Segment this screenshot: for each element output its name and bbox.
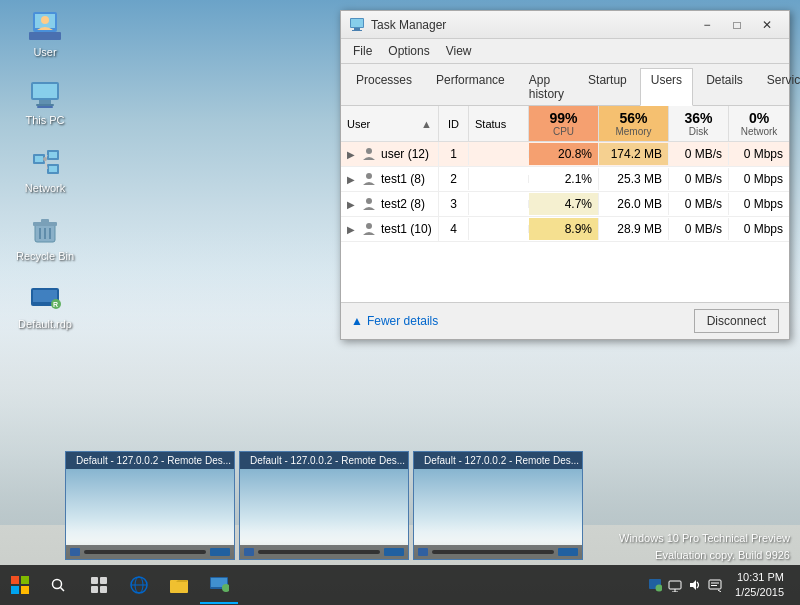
svg-rect-12 xyxy=(49,152,57,158)
col-header-id[interactable]: ID xyxy=(439,106,469,141)
col-header-cpu[interactable]: 99% CPU xyxy=(529,106,599,141)
expand-arrow[interactable]: ▶ xyxy=(347,199,357,210)
watermark: Windows 10 Pro Technical Preview Evaluat… xyxy=(619,530,790,563)
thispc-icon-desktop[interactable]: This PC xyxy=(15,78,75,126)
taskview-button[interactable] xyxy=(80,566,118,604)
user-avatar-icon xyxy=(361,146,377,162)
col-header-user[interactable]: User ▲ xyxy=(341,106,439,141)
svg-point-34 xyxy=(366,198,372,204)
fewer-details-button[interactable]: ▲ Fewer details xyxy=(351,314,438,328)
task-manager-content: User ▲ ID Status 99% CPU 56% Memory 36% … xyxy=(341,106,789,302)
recyclebin-icon-desktop[interactable]: Recycle Bin xyxy=(15,214,75,262)
fileexplorer-icon xyxy=(169,575,189,595)
search-icon xyxy=(50,577,66,593)
table-row[interactable]: ▶ test1 (10) 4 8.9% 28.9 MB 0 MB/s 0 Mbp… xyxy=(341,217,789,242)
svg-point-33 xyxy=(366,173,372,179)
expand-arrow[interactable]: ▶ xyxy=(347,224,357,235)
task-manager-title: Task Manager xyxy=(371,18,693,32)
thumbnail-header-1: Default - 127.0.0.2 - Remote Des... xyxy=(66,452,234,469)
table-row[interactable]: ▶ user (12) 1 20.8% 174.2 MB 0 MB/s 0 Mb… xyxy=(341,142,789,167)
tab-performance[interactable]: Performance xyxy=(425,68,516,105)
cell-status xyxy=(469,225,529,233)
cell-disk: 0 MB/s xyxy=(669,218,729,240)
tray-network-icon[interactable] xyxy=(667,577,683,593)
cell-memory: 174.2 MB xyxy=(599,143,669,165)
cell-memory: 25.3 MB xyxy=(599,168,669,190)
user-avatar-icon xyxy=(361,171,377,187)
svg-point-32 xyxy=(366,148,372,154)
cell-id: 2 xyxy=(439,168,469,190)
network-icon-label: Network xyxy=(25,182,65,194)
menu-file[interactable]: File xyxy=(345,41,380,61)
tab-services[interactable]: Services xyxy=(756,68,800,105)
svg-text:R: R xyxy=(53,301,58,308)
svg-rect-41 xyxy=(91,577,98,584)
cell-status xyxy=(469,175,529,183)
menu-options[interactable]: Options xyxy=(380,41,437,61)
tab-processes[interactable]: Processes xyxy=(345,68,423,105)
tray-rdp-icon[interactable] xyxy=(647,577,663,593)
expand-arrow[interactable]: ▶ xyxy=(347,174,357,185)
defaultrdp-icon-label: Default.rdp xyxy=(18,318,72,330)
col-header-status[interactable]: Status xyxy=(469,106,529,141)
network-icon-desktop[interactable]: Network xyxy=(15,146,75,194)
table-row[interactable]: ▶ test1 (8) 2 2.1% 25.3 MB 0 MB/s 0 Mbps xyxy=(341,167,789,192)
task-thumbnails: Default - 127.0.0.2 - Remote Des... Defa… xyxy=(65,451,583,560)
tray-volume-icon[interactable] xyxy=(687,577,703,593)
close-button[interactable]: ✕ xyxy=(753,14,781,36)
svg-rect-7 xyxy=(36,104,54,106)
table-row[interactable]: ▶ test2 (8) 3 4.7% 26.0 MB 0 MB/s 0 Mbps xyxy=(341,192,789,217)
cell-disk: 0 MB/s xyxy=(669,168,729,190)
defaultrdp-icon-desktop[interactable]: R Default.rdp xyxy=(15,282,75,330)
thumbnail-3[interactable]: Default - 127.0.0.2 - Remote Des... xyxy=(413,451,583,560)
fileexplorer-button[interactable] xyxy=(160,566,198,604)
maximize-button[interactable]: □ xyxy=(723,14,751,36)
cell-network: 0 Mbps xyxy=(729,218,789,240)
tab-details[interactable]: Details xyxy=(695,68,754,105)
search-button[interactable] xyxy=(40,565,75,605)
svg-point-35 xyxy=(366,223,372,229)
task-manager-menubar: File Options View xyxy=(341,39,789,64)
cell-disk: 0 MB/s xyxy=(669,143,729,165)
tab-users[interactable]: Users xyxy=(640,68,693,106)
desktop: User This PC xyxy=(0,0,800,605)
taskbar-clock[interactable]: 10:31 PM 1/25/2015 xyxy=(727,570,792,601)
windows-logo-icon xyxy=(11,576,29,594)
task-manager-footer: ▲ Fewer details Disconnect xyxy=(341,302,789,339)
menu-view[interactable]: View xyxy=(438,41,480,61)
cell-id: 3 xyxy=(439,193,469,215)
thumbnail-body-3 xyxy=(414,469,582,559)
disconnect-button[interactable]: Disconnect xyxy=(694,309,779,333)
svg-rect-58 xyxy=(709,580,721,589)
user-icon-desktop[interactable]: User xyxy=(15,10,75,58)
thumbnail-1[interactable]: Default - 127.0.0.2 - Remote Des... xyxy=(65,451,235,560)
fewer-details-icon: ▲ xyxy=(351,314,363,328)
svg-rect-2 xyxy=(29,32,61,40)
cell-memory: 26.0 MB xyxy=(599,193,669,215)
tab-apphistory[interactable]: App history xyxy=(518,68,575,105)
cell-cpu: 8.9% xyxy=(529,218,599,240)
taskbar-items xyxy=(75,566,647,604)
tab-startup[interactable]: Startup xyxy=(577,68,638,105)
taskbar: 10:31 PM 1/25/2015 xyxy=(0,565,800,605)
col-header-network[interactable]: 0% Network xyxy=(729,106,789,141)
actioncenter-tray-icon xyxy=(708,578,722,592)
svg-rect-20 xyxy=(41,219,49,223)
user-avatar-icon xyxy=(361,221,377,237)
task-manager-window: Task Manager − □ ✕ File Options View Pro… xyxy=(340,10,790,340)
cell-cpu: 2.1% xyxy=(529,168,599,190)
ie-icon xyxy=(129,575,149,595)
thumbnail-header-2: Default - 127.0.0.2 - Remote Des... xyxy=(240,452,408,469)
col-header-disk[interactable]: 36% Disk xyxy=(669,106,729,141)
minimize-button[interactable]: − xyxy=(693,14,721,36)
col-header-memory[interactable]: 56% Memory xyxy=(599,106,669,141)
taskview-icon xyxy=(90,576,108,594)
tray-action-center-icon[interactable] xyxy=(707,577,723,593)
expand-arrow[interactable]: ▶ xyxy=(347,149,357,160)
empty-space xyxy=(341,242,789,302)
thumbnail-2[interactable]: Default - 127.0.0.2 - Remote Des... xyxy=(239,451,409,560)
ie-button[interactable] xyxy=(120,566,158,604)
cell-network: 0 Mbps xyxy=(729,143,789,165)
start-button[interactable] xyxy=(0,565,40,605)
rdp-taskbar-button[interactable] xyxy=(200,566,238,604)
